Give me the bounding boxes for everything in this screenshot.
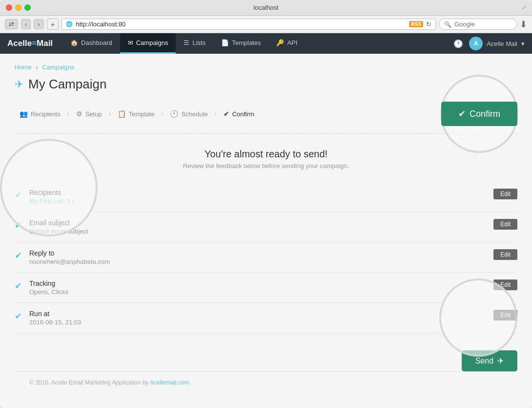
step-recipients[interactable]: 👥 Recipients bbox=[15, 107, 65, 121]
check-icon-recipients: ✔ bbox=[15, 190, 22, 200]
item-content-reply-to: Reply to noonehere@anphabeta.com bbox=[29, 249, 486, 265]
close-button[interactable] bbox=[6, 4, 12, 11]
campaigns-icon: ✉ bbox=[128, 39, 133, 46]
breadcrumb-campaigns[interactable]: Campaigns bbox=[42, 64, 74, 71]
nav-items: 🏠 Dashboard ✉ Campaigns ☰ Lists 📄 Templa… bbox=[62, 33, 305, 54]
nav-user[interactable]: A Acelle Mail ▾ bbox=[469, 37, 525, 50]
back-nav-button[interactable]: ‹ bbox=[21, 19, 31, 29]
step-label-setup: Setup bbox=[85, 110, 102, 118]
send-label: Send bbox=[475, 357, 493, 365]
setup-step-icon: ⚙ bbox=[76, 110, 82, 118]
item-title-reply-to: Reply to bbox=[29, 249, 486, 257]
nav-label-templates: Templates bbox=[232, 39, 261, 46]
edit-button-tracking[interactable]: Edit bbox=[493, 279, 517, 290]
review-item-recipients: ✔ Recipients My First List: 1 r Edit bbox=[15, 182, 517, 212]
step-arrow-1: › bbox=[67, 110, 69, 117]
item-content-tracking: Tracking Opens, Clicks bbox=[29, 279, 486, 296]
item-value-tracking: Opens, Clicks bbox=[29, 288, 486, 296]
confirm-label: Confirm bbox=[470, 109, 500, 119]
templates-icon: 📄 bbox=[221, 39, 229, 46]
step-schedule[interactable]: 🕐 Schedule bbox=[165, 107, 212, 121]
reload-button[interactable]: ↻ bbox=[426, 21, 431, 28]
page-title-icon: ✈ bbox=[15, 78, 23, 91]
url-input[interactable] bbox=[76, 21, 406, 28]
step-setup[interactable]: ⚙ Setup bbox=[71, 107, 107, 121]
item-title-email-subject: Email subject bbox=[29, 219, 486, 227]
nav-item-templates[interactable]: 📄 Templates bbox=[213, 33, 268, 54]
nav-label-dashboard: Dashboard bbox=[81, 39, 112, 46]
page-title-area: ✈ My Campaign bbox=[15, 77, 517, 92]
app-logo: Acelle=Mail bbox=[7, 39, 53, 48]
forward-nav-button[interactable]: › bbox=[34, 19, 43, 29]
steps-nav: 👥 Recipients › ⚙ Setup › 📋 Template › 🕐 … bbox=[15, 102, 517, 134]
edit-button-recipients[interactable]: Edit bbox=[493, 189, 517, 199]
search-input[interactable] bbox=[454, 21, 512, 28]
expand-icon: ⤢ bbox=[522, 4, 526, 11]
item-title-run-at: Run at bbox=[29, 310, 486, 318]
nav-item-dashboard[interactable]: 🏠 Dashboard bbox=[62, 33, 120, 54]
window-controls bbox=[6, 4, 31, 11]
confirm-step-icon: ✔ bbox=[224, 110, 229, 118]
edit-button-email-subject[interactable]: Edit bbox=[493, 219, 517, 230]
send-button[interactable]: Send ✈ bbox=[462, 350, 517, 371]
rss-badge: RSS bbox=[409, 21, 423, 27]
item-value-run-at: 2016-08-15, 21:03 bbox=[29, 319, 486, 326]
history-icon[interactable]: 🕐 bbox=[453, 39, 463, 48]
download-icon[interactable]: ⬇ bbox=[520, 19, 527, 30]
maximize-button[interactable] bbox=[24, 4, 31, 11]
send-icon: ✈ bbox=[497, 356, 504, 365]
browser-toolbar: ⇄ ‹ › + 🌐 RSS ↻ 🔍 ⬇ bbox=[0, 16, 532, 33]
browser-titlebar: localhost ⤢ bbox=[0, 0, 532, 16]
browser-window: localhost ⤢ ⇄ ‹ › + 🌐 RSS ↻ 🔍 ⬇ Acelle=M… bbox=[0, 0, 532, 408]
step-arrow-4: › bbox=[215, 110, 217, 117]
url-security-icon: 🌐 bbox=[66, 21, 73, 27]
nav-label-api: API bbox=[287, 39, 297, 46]
review-item-run-at: ✔ Run at 2016-08-15, 21:03 Edit bbox=[15, 303, 517, 333]
step-arrow-2: › bbox=[109, 110, 111, 117]
nav-item-api[interactable]: 🔑 API bbox=[268, 33, 305, 54]
item-title-tracking: Tracking bbox=[29, 279, 486, 287]
new-tab-button[interactable]: + bbox=[47, 19, 59, 30]
step-label-schedule: Schedule bbox=[181, 110, 207, 118]
item-value-email-subject: Default email subject bbox=[29, 228, 486, 235]
confirm-button[interactable]: ✔ Confirm bbox=[441, 102, 517, 126]
step-template[interactable]: 📋 Template bbox=[113, 107, 160, 121]
nav-right: 🕐 A Acelle Mail ▾ bbox=[453, 37, 525, 50]
item-value-reply-to: noonehere@anphabeta.com bbox=[29, 258, 486, 265]
search-bar[interactable]: 🔍 bbox=[439, 19, 517, 30]
minimize-button[interactable] bbox=[15, 4, 21, 11]
step-label-confirm: Confirm bbox=[232, 110, 255, 118]
back-button[interactable]: ⇄ bbox=[5, 19, 18, 29]
nav-item-lists[interactable]: ☰ Lists bbox=[176, 33, 213, 54]
check-icon-run-at: ✔ bbox=[15, 311, 22, 322]
api-icon: 🔑 bbox=[276, 39, 284, 46]
avatar: A bbox=[469, 37, 483, 50]
check-icon-email-subject: ✔ bbox=[15, 220, 22, 231]
user-dropdown-icon: ▾ bbox=[521, 40, 525, 47]
edit-button-reply-to[interactable]: Edit bbox=[493, 249, 517, 260]
item-content-run-at: Run at 2016-08-15, 21:03 bbox=[29, 310, 486, 326]
review-item-tracking: ✔ Tracking Opens, Clicks Edit bbox=[15, 273, 517, 303]
nav-label-lists: Lists bbox=[192, 39, 205, 46]
app-nav: Acelle=Mail 🏠 Dashboard ✉ Campaigns ☰ Li… bbox=[0, 33, 532, 54]
footer-link[interactable]: Acellemail.com bbox=[150, 379, 189, 386]
main-content: Home › Campaigns ✈ My Campaign 👥 Recipie… bbox=[0, 54, 532, 408]
edit-button-run-at[interactable]: Edit bbox=[493, 310, 517, 321]
review-subheading: Review the feedback below before sending… bbox=[15, 162, 517, 170]
step-confirm[interactable]: ✔ Confirm bbox=[219, 107, 260, 121]
item-title-recipients: Recipients bbox=[29, 189, 486, 196]
nav-item-campaigns[interactable]: ✉ Campaigns bbox=[120, 33, 176, 54]
send-area: Send ✈ bbox=[15, 345, 517, 371]
url-bar[interactable]: 🌐 RSS ↻ bbox=[61, 19, 436, 30]
review-heading: You're almost ready to send! bbox=[15, 149, 517, 160]
review-section: You're almost ready to send! Review the … bbox=[15, 149, 517, 371]
step-label-recipients: Recipients bbox=[31, 110, 61, 118]
step-arrow-3: › bbox=[161, 110, 163, 117]
breadcrumb-home[interactable]: Home bbox=[15, 64, 32, 71]
dashboard-icon: 🏠 bbox=[70, 39, 78, 46]
page-title: My Campaign bbox=[28, 77, 106, 92]
browser-title: localhost bbox=[253, 4, 278, 11]
item-content-email-subject: Email subject Default email subject bbox=[29, 219, 486, 235]
review-item-reply-to: ✔ Reply to noonehere@anphabeta.com Edit bbox=[15, 242, 517, 273]
template-step-icon: 📋 bbox=[118, 110, 126, 118]
